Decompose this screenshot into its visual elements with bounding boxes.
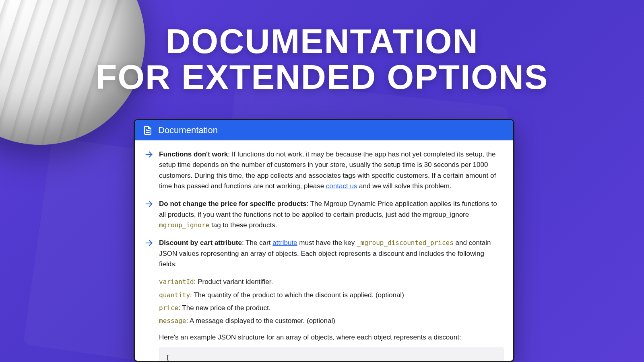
doc-item-title: Discount by cart attribute (159, 239, 242, 247)
doc-item-mid: must have the key (297, 239, 357, 247)
doc-item: Do not change the price for specific pro… (144, 199, 504, 230)
doc-item-tail: tag to these products. (209, 221, 277, 229)
doc-item-tail: and we will solve this problem. (357, 182, 451, 190)
inline-code: _mgroup_discounted_prices (357, 239, 454, 247)
field-row: price: The new price of the product. (159, 303, 504, 313)
hero-line-1: DOCUMENTATION (0, 23, 644, 59)
doc-item-title: Functions don't work (159, 150, 228, 158)
panel-header: Documentation (135, 120, 513, 140)
hero-line-2: FOR EXTENDED OPTIONS (0, 59, 644, 95)
document-icon (143, 125, 153, 135)
field-desc: : Product variant identifier. (194, 278, 273, 286)
documentation-panel: Documentation Functions don't work: If f… (134, 119, 514, 362)
code-block: [ { "variantId": 11111111111111, "quanti… (159, 347, 504, 362)
field-name: variantId (159, 278, 194, 286)
contact-us-link[interactable]: contact us (326, 182, 357, 190)
arrow-right-icon (144, 239, 153, 247)
doc-item: Discount by cart attribute: The cart att… (144, 238, 504, 269)
field-name: quantity (159, 291, 190, 299)
field-desc: : The quantity of the product to which t… (190, 291, 404, 299)
doc-item-text: Functions don't work: If functions do no… (159, 149, 504, 191)
field-desc: : A message displayed to the customer. (… (186, 317, 335, 325)
doc-item-text: Discount by cart attribute: The cart att… (159, 238, 504, 269)
field-row: quantity: The quantity of the product to… (159, 290, 504, 300)
example-intro: Here's an example JSON structure for an … (159, 332, 504, 343)
field-row: variantId: Product variant identifier. (159, 277, 504, 287)
field-name: price (159, 304, 178, 312)
inline-code: mgroup_ignore (159, 221, 209, 229)
panel-body: Functions don't work: If functions do no… (135, 140, 513, 362)
doc-item-text: Do not change the price for specific pro… (159, 199, 504, 230)
field-name: message (159, 317, 186, 325)
arrow-right-icon (144, 200, 153, 208)
page-background: DOCUMENTATION FOR EXTENDED OPTIONS Docum… (0, 0, 644, 362)
page-title: DOCUMENTATION FOR EXTENDED OPTIONS (0, 23, 644, 95)
arrow-right-icon (144, 150, 153, 159)
doc-item-title: Do not change the price for specific pro… (159, 200, 307, 208)
doc-item-pre: : The cart (242, 239, 272, 247)
doc-item: Functions don't work: If functions do no… (144, 149, 504, 191)
field-row: message: A message displayed to the cust… (159, 316, 504, 326)
field-desc: : The new price of the product. (178, 304, 270, 312)
attribute-link[interactable]: attribute (272, 239, 297, 247)
field-list: variantId: Product variant identifier. q… (159, 277, 504, 326)
panel-title: Documentation (158, 125, 218, 136)
